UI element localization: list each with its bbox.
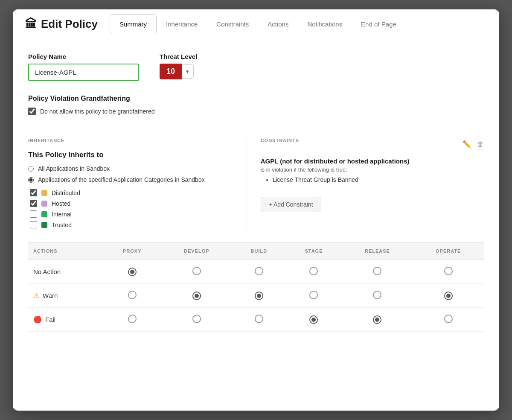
radio-no-action-release-circle[interactable]	[373, 267, 381, 275]
radio-no-action-develop-circle[interactable]	[192, 267, 201, 275]
radio-warn-build[interactable]	[232, 284, 285, 308]
col-build: BUILD	[232, 242, 285, 260]
distributed-label: Distributed	[52, 190, 80, 196]
actions-table: ACTIONS PROXY DEVELOP BUILD STAGE RELEAS…	[28, 242, 484, 332]
radio-warn-release-circle[interactable]	[373, 291, 381, 299]
tab-actions[interactable]: Actions	[258, 15, 298, 34]
building-icon: 🏛	[25, 17, 37, 31]
radio-specified-apps-label: Applications of the specified Applicatio…	[38, 176, 205, 183]
category-distributed-checkbox[interactable]	[30, 189, 37, 196]
radio-fail-operate-circle[interactable]	[444, 315, 453, 323]
radio-warn-build-circle[interactable]	[255, 292, 263, 300]
radio-fail-build-circle[interactable]	[255, 315, 263, 323]
page-title: 🏛 Edit Policy	[25, 9, 98, 39]
radio-no-action-develop[interactable]	[161, 260, 232, 284]
delete-constraint-btn[interactable]: 🗑	[477, 140, 484, 149]
tab-summary[interactable]: Summary	[110, 14, 157, 34]
constraints-header: CONSTRAINTS ✏️ 🗑	[261, 138, 484, 151]
trusted-label: Trusted	[52, 222, 72, 228]
constraint-block: AGPL (not for distributed or hosted appl…	[261, 158, 484, 183]
hosted-label: Hosted	[52, 200, 70, 207]
constraint-item-0: License Threat Group is Banned	[273, 176, 484, 183]
radio-no-action-stage-circle[interactable]	[309, 267, 318, 275]
grandfathering-checkbox-row[interactable]: Do not allow this policy to be grandfath…	[28, 108, 484, 115]
constraint-list: License Threat Group is Banned	[273, 176, 484, 183]
radio-all-apps-input[interactable]	[28, 166, 34, 172]
internal-label: Internal	[52, 211, 72, 218]
internal-dot	[41, 211, 47, 217]
radio-no-action-proxy-circle[interactable]	[128, 268, 137, 276]
radio-fail-develop-circle[interactable]	[192, 315, 201, 323]
category-hosted[interactable]: Hosted	[30, 200, 233, 207]
tab-inheritance[interactable]: Inheritance	[157, 15, 207, 34]
col-operate: OPERATE	[413, 242, 484, 260]
two-col-section: INHERITANCE This Policy Inherits to All …	[28, 129, 484, 228]
table-row: No Action	[28, 260, 484, 284]
radio-no-action-proxy[interactable]	[103, 260, 161, 284]
inheritance-section-title: INHERITANCE	[28, 138, 233, 143]
radio-warn-develop[interactable]	[161, 284, 232, 308]
grandfathering-checkbox[interactable]	[28, 108, 36, 115]
radio-warn-proxy[interactable]	[103, 284, 161, 308]
action-warn-label: ⚠ Warn	[28, 284, 103, 308]
radio-no-action-stage[interactable]	[285, 260, 342, 284]
table-row: 🔴 Fail	[28, 308, 484, 332]
radio-specified-apps[interactable]: Applications of the specified Applicatio…	[28, 176, 233, 183]
radio-warn-stage[interactable]	[285, 284, 342, 308]
edit-constraint-btn[interactable]: ✏️	[463, 140, 471, 149]
threat-level-group: Threat Level 10 ▾	[160, 53, 197, 79]
tab-constraints[interactable]: Constraints	[207, 15, 258, 34]
radio-fail-develop[interactable]	[161, 308, 232, 332]
distributed-dot	[41, 190, 47, 196]
threat-level-dropdown-btn[interactable]: ▾	[182, 64, 194, 79]
radio-all-apps-label: All Applications in Sandbox	[38, 165, 110, 172]
table-header-row: ACTIONS PROXY DEVELOP BUILD STAGE RELEAS…	[28, 242, 484, 260]
radio-no-action-operate-circle[interactable]	[444, 267, 453, 275]
category-distributed[interactable]: Distributed	[30, 189, 233, 196]
header: 🏛 Edit Policy Summary Inheritance Constr…	[13, 9, 499, 39]
radio-fail-build[interactable]	[232, 308, 285, 332]
radio-no-action-build[interactable]	[232, 260, 285, 284]
radio-fail-proxy[interactable]	[103, 308, 161, 332]
radio-fail-release[interactable]	[342, 308, 413, 332]
radio-warn-operate[interactable]	[413, 284, 484, 308]
radio-fail-release-circle[interactable]	[373, 315, 381, 324]
add-constraint-btn[interactable]: + Add Constraint	[261, 197, 321, 212]
radio-all-apps[interactable]: All Applications in Sandbox	[28, 165, 233, 172]
policy-name-group: Policy Name	[28, 53, 139, 81]
category-trusted-checkbox[interactable]	[30, 221, 37, 228]
radio-warn-proxy-circle[interactable]	[128, 291, 137, 299]
policy-name-input[interactable]	[28, 64, 139, 81]
radio-fail-stage[interactable]	[285, 308, 342, 332]
radio-specified-apps-input[interactable]	[28, 177, 34, 183]
category-internal[interactable]: Internal	[30, 210, 233, 218]
tab-end-of-page[interactable]: End of Page	[352, 15, 406, 34]
threat-level-selector: 10 ▾	[160, 64, 197, 79]
category-hosted-checkbox[interactable]	[30, 200, 37, 207]
actions-section: ACTIONS PROXY DEVELOP BUILD STAGE RELEAS…	[28, 242, 484, 332]
hosted-dot	[41, 201, 47, 207]
constraints-section-title: CONSTRAINTS	[261, 138, 299, 143]
main-window: 🏛 Edit Policy Summary Inheritance Constr…	[13, 9, 499, 411]
action-fail-label: 🔴 Fail	[28, 308, 103, 332]
radio-fail-proxy-circle[interactable]	[128, 315, 137, 323]
radio-no-action-build-circle[interactable]	[255, 267, 263, 275]
category-list: Distributed Hosted Internal	[30, 189, 233, 228]
radio-no-action-operate[interactable]	[413, 260, 484, 284]
radio-warn-stage-circle[interactable]	[309, 291, 318, 299]
category-trusted[interactable]: Trusted	[30, 221, 233, 228]
threat-level-value: 10	[160, 64, 182, 79]
radio-fail-operate[interactable]	[413, 308, 484, 332]
radio-warn-release[interactable]	[342, 284, 413, 308]
col-release: RELEASE	[342, 242, 413, 260]
grandfathering-title: Policy Violation Grandfathering	[28, 95, 484, 102]
tab-notifications[interactable]: Notifications	[298, 15, 352, 34]
category-internal-checkbox[interactable]	[30, 210, 37, 218]
warn-icon: ⚠	[33, 292, 39, 300]
radio-no-action-release[interactable]	[342, 260, 413, 284]
radio-fail-stage-circle[interactable]	[309, 315, 318, 324]
radio-warn-develop-circle[interactable]	[192, 292, 201, 300]
radio-warn-operate-circle[interactable]	[444, 292, 453, 300]
threat-level-label: Threat Level	[160, 53, 197, 60]
col-proxy: PROXY	[103, 242, 161, 260]
